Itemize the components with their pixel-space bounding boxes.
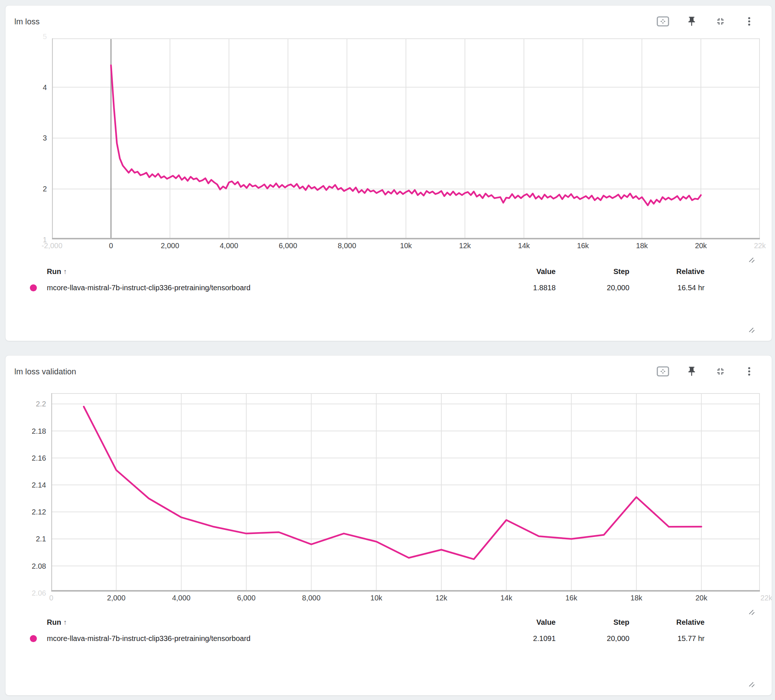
fit-to-data-icon[interactable] (657, 15, 669, 28)
x-tick-label: 16k (577, 242, 589, 250)
value-column-header[interactable]: Value (497, 618, 555, 627)
y-axis: 2.22.182.162.142.122.12.082.06 (5, 393, 46, 592)
chart-card-lm-loss-validation: lm loss validation (5, 355, 772, 695)
y-tick-label: 2.12 (32, 508, 46, 516)
step-column-header[interactable]: Step (570, 267, 629, 276)
relative-column-header[interactable]: Relative (637, 618, 705, 627)
x-tick-label: 4,000 (172, 594, 191, 602)
run-table-header: Run↑ Value Step Relative (47, 615, 757, 631)
x-tick-label: 16k (565, 594, 577, 602)
x-tick-label: 6,000 (279, 242, 297, 250)
run-name: mcore-llava-mistral-7b-instruct-clip336-… (47, 283, 250, 292)
more-options-icon[interactable] (743, 365, 755, 378)
y-tick-label: 2 (43, 185, 47, 193)
x-tick-label: 6,000 (237, 594, 256, 602)
run-color-dot (30, 635, 37, 642)
plot-area[interactable] (52, 38, 760, 239)
run-table: Run↑ Value Step Relative mcore-llava-mis… (47, 264, 757, 296)
x-tick-label: 12k (459, 242, 471, 250)
chart-toolbar (657, 365, 755, 378)
x-tick-label: 12k (436, 594, 447, 602)
x-tick-label: 2,000 (107, 594, 125, 602)
card-resize-handle[interactable] (748, 682, 756, 689)
chart-title: lm loss (14, 17, 40, 27)
y-tick-label: 4 (43, 83, 47, 92)
run-relative: 15.77 hr (637, 634, 705, 643)
x-tick-label: 10k (400, 242, 412, 250)
x-tick-label: 4,000 (220, 242, 238, 250)
y-tick-label: 2.06 (32, 588, 46, 597)
table-row[interactable]: mcore-llava-mistral-7b-instruct-clip336-… (47, 631, 757, 647)
x-tick-label: 8,000 (302, 594, 320, 602)
x-tick-label: 14k (500, 594, 512, 602)
plot-area[interactable] (51, 393, 760, 592)
tensorboard-scalars-page: { "colors": { "accent": "#e52592", "grid… (0, 0, 775, 700)
run-relative: 16.54 hr (637, 283, 705, 292)
y-tick-label: 2.14 (32, 480, 46, 489)
collapse-icon[interactable] (714, 365, 727, 378)
fit-to-data-icon[interactable] (657, 365, 669, 378)
chart-toolbar (657, 15, 755, 28)
run-column-header[interactable]: Run↑ (47, 618, 67, 627)
y-tick-label: 2.08 (32, 562, 46, 570)
x-tick-label: 22k (760, 594, 772, 602)
relative-column-header[interactable]: Relative (637, 267, 705, 276)
run-value: 2.1091 (497, 634, 555, 643)
y-axis: 54321 (6, 38, 47, 239)
x-tick-label: 0 (109, 242, 113, 250)
y-tick-label: 2.1 (36, 535, 46, 543)
collapse-icon[interactable] (714, 15, 727, 28)
run-color-dot (30, 284, 37, 292)
chart-card-lm-loss: lm loss (5, 5, 772, 341)
card-resize-handle[interactable] (748, 327, 756, 335)
chart-resize-handle[interactable] (748, 257, 756, 265)
sort-ascending-icon: ↑ (63, 618, 67, 626)
run-step: 20,000 (570, 634, 629, 643)
chart-canvas[interactable] (52, 38, 760, 239)
x-tick-label: 0 (49, 594, 53, 602)
run-table: Run↑ Value Step Relative mcore-llava-mis… (47, 615, 757, 647)
y-tick-label: 1 (43, 236, 47, 244)
x-axis: -2,00002,0004,0006,0008,00010k12k14k16k1… (52, 242, 760, 253)
value-column-header[interactable]: Value (497, 267, 555, 276)
x-axis: 02,0004,0006,0008,00010k12k14k16k18k20k2… (51, 594, 760, 606)
y-tick-label: 5 (43, 32, 47, 40)
y-tick-label: 3 (43, 134, 47, 142)
run-column-header[interactable]: Run↑ (47, 267, 67, 276)
table-row[interactable]: mcore-llava-mistral-7b-instruct-clip336-… (47, 280, 757, 296)
chart-canvas[interactable] (51, 393, 760, 592)
y-tick-label: 2.2 (36, 400, 46, 408)
lm-loss-chart: -2,00002,0004,0006,0008,00010k12k14k16k1… (52, 38, 760, 239)
sort-ascending-icon: ↑ (63, 268, 67, 275)
x-tick-label: 22k (754, 242, 766, 250)
run-table-header: Run↑ Value Step Relative (47, 264, 757, 280)
run-step: 20,000 (570, 283, 629, 292)
x-tick-label: 18k (630, 594, 642, 602)
run-value: 1.8818 (497, 283, 555, 292)
chart-title: lm loss validation (14, 367, 77, 377)
y-tick-label: 2.16 (32, 453, 46, 462)
x-tick-label: 20k (695, 242, 707, 250)
pin-icon[interactable] (685, 15, 698, 28)
y-tick-label: 2.18 (32, 427, 46, 435)
x-tick-label: 20k (695, 594, 707, 602)
pin-icon[interactable] (685, 365, 698, 378)
x-tick-label: 18k (636, 242, 648, 250)
step-column-header[interactable]: Step (570, 618, 629, 627)
x-tick-label: 14k (518, 242, 530, 250)
x-tick-label: 8,000 (338, 242, 356, 250)
lm-loss-validation-chart: 02,0004,0006,0008,00010k12k14k16k18k20k2… (51, 393, 760, 592)
more-options-icon[interactable] (743, 15, 755, 28)
run-name: mcore-llava-mistral-7b-instruct-clip336-… (47, 634, 250, 643)
x-tick-label: 10k (371, 594, 383, 602)
x-tick-label: 2,000 (161, 242, 179, 250)
loss-line-series[interactable] (84, 407, 701, 560)
